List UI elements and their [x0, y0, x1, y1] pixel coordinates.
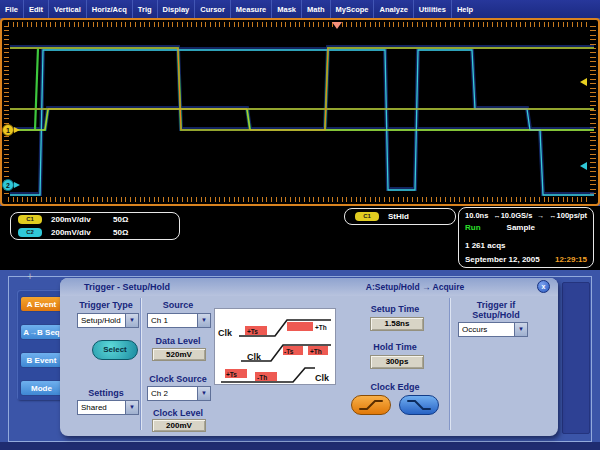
menu-bar: File Edit Vertical Horiz/Acq Trig Displa… [0, 0, 600, 18]
channel2-impedance: 50Ω [113, 228, 128, 237]
dialog-subtitle: A:Setup/Hold → Acquire [310, 278, 520, 296]
source-value: Ch 1 [148, 314, 197, 327]
trigger-readout-box: C1 StHld [344, 208, 456, 225]
dialog-divider-1 [141, 298, 142, 430]
menu-file[interactable]: File [0, 0, 24, 18]
acq-state-row: Run Sample [465, 223, 587, 232]
menu-analyze[interactable]: Analyze [374, 0, 413, 18]
trigger-if-label-line2: Setup/Hold [458, 310, 534, 320]
clock-level-readout[interactable]: 200mV [152, 419, 206, 432]
clock-edge-label: Clock Edge [353, 382, 437, 392]
source-label: Source [145, 300, 211, 310]
chevron-down-icon[interactable]: ▼ [125, 401, 138, 414]
menu-measure[interactable]: Measure [231, 0, 272, 18]
menu-cursor[interactable]: Cursor [195, 0, 231, 18]
rising-edge-button[interactable] [351, 395, 391, 415]
trigger-type-value: Setup/Hold [78, 314, 125, 327]
resolution-readout: ↔100ps/pt [549, 211, 587, 220]
channel1-badge: C1 [18, 215, 42, 224]
menu-utilities[interactable]: Utilities [414, 0, 452, 18]
panel-bottom-bar [0, 442, 600, 450]
hold-time-label: Hold Time [355, 342, 435, 352]
arrow-icon: → [537, 212, 544, 219]
setup-hold-diagram: Clk +Ts +Th Clk -Ts +Th +Ts -Th Clk [214, 308, 336, 385]
rising-edge-icon [357, 399, 385, 411]
clock-level-label: Clock Level [145, 408, 211, 418]
acq-mode: Sample [507, 223, 535, 232]
channel2-readout-row[interactable]: C2 200mV/div 50Ω [11, 226, 179, 239]
trigger-if-dropdown[interactable]: Occurs ▼ [458, 322, 528, 337]
channel2-marker-arrow-icon [14, 182, 20, 188]
readout-strip: C1 200mV/div 50Ω C2 200mV/div 50Ω C1 StH… [0, 206, 600, 270]
channel2-marker[interactable]: 2 [2, 179, 14, 191]
menu-myscope[interactable]: MyScope [331, 0, 375, 18]
settings-label: Settings [74, 388, 138, 398]
channel1-marker[interactable]: 1 [2, 124, 14, 136]
menu-trig[interactable]: Trig [133, 0, 158, 18]
menu-horiz-acq[interactable]: Horiz/Acq [87, 0, 133, 18]
setup-hold-diagram-svg: Clk +Ts +Th Clk -Ts +Th +Ts -Th Clk [215, 309, 335, 384]
date-readout: September 12, 2005 [465, 255, 540, 264]
dialog-close-button[interactable]: x [537, 280, 550, 293]
source-dropdown[interactable]: Ch 1 ▼ [147, 313, 211, 328]
setup-time-readout[interactable]: 1.58ns [370, 317, 424, 331]
dialog-divider-2 [450, 298, 451, 430]
svg-text:Clk: Clk [315, 373, 330, 383]
svg-text:-Ts: -Ts [284, 348, 294, 355]
trigger-type-dropdown[interactable]: Setup/Hold ▼ [77, 313, 139, 328]
hold-time-readout[interactable]: 300ps [370, 355, 424, 369]
chevron-down-icon[interactable]: ▼ [125, 314, 138, 327]
trigger-if-label-line1: Trigger if [458, 300, 534, 310]
tab-b-event[interactable]: B Event [20, 352, 63, 368]
run-status: Run [465, 223, 481, 232]
svg-text:+Th: +Th [315, 324, 327, 331]
channel1-readout-row[interactable]: C1 200mV/div 50Ω [11, 213, 179, 226]
tab-mode[interactable]: Mode [20, 380, 63, 396]
falling-edge-icon [405, 399, 433, 411]
pointer-cross-icon: + [27, 271, 33, 282]
trigger-if-value: Occurs [459, 323, 514, 336]
close-icon: x [542, 283, 546, 290]
trigger-source-badge: C1 [355, 212, 379, 221]
menu-math[interactable]: Math [302, 0, 331, 18]
menu-display[interactable]: Display [158, 0, 196, 18]
chevron-down-icon[interactable]: ▼ [197, 387, 210, 400]
data-level-readout[interactable]: 520mV [152, 348, 206, 361]
trigger-position-marker[interactable] [332, 22, 342, 29]
channel1-marker-arrow-icon [14, 127, 20, 133]
channel2-scale: 200mV/div [51, 228, 113, 237]
tab-a-b-seq[interactable]: A→B Seq [20, 324, 63, 340]
svg-text:+Th: +Th [310, 348, 322, 355]
settings-value: Shared [78, 401, 125, 414]
settings-dropdown[interactable]: Shared ▼ [77, 400, 139, 415]
tab-a-event[interactable]: A Event [20, 296, 63, 312]
waveform-display: 1 2 [0, 18, 600, 206]
clock-source-label: Clock Source [143, 374, 213, 384]
trigger-level-arrow-cyan-icon[interactable] [580, 162, 587, 170]
channel1-impedance: 50Ω [113, 215, 128, 224]
dialog-title: Trigger - Setup/Hold [84, 278, 170, 296]
trigger-level-arrow-yellow-icon[interactable] [580, 78, 587, 86]
svg-text:-Th: -Th [257, 374, 267, 381]
timebase-readout: 10.0ns [465, 211, 488, 220]
svg-text:Clk: Clk [247, 352, 262, 362]
menu-mask[interactable]: Mask [272, 0, 302, 18]
horizontal-readout-row: 10.0ns ↔10.0GS/s → ↔100ps/pt [465, 211, 587, 220]
channel-readout-box: C1 200mV/div 50Ω C2 200mV/div 50Ω [10, 212, 180, 240]
menu-vertical[interactable]: Vertical [49, 0, 87, 18]
falling-edge-button[interactable] [399, 395, 439, 415]
select-button[interactable]: Select [92, 340, 138, 360]
svg-text:Clk: Clk [218, 328, 233, 338]
trigger-setup-hold-dialog: Trigger - Setup/Hold A:Setup/Hold → Acqu… [60, 278, 558, 436]
clock-source-dropdown[interactable]: Ch 2 ▼ [147, 386, 211, 401]
channel2-badge: C2 [18, 228, 42, 237]
chevron-down-icon[interactable]: ▼ [197, 314, 210, 327]
menu-edit[interactable]: Edit [24, 0, 49, 18]
menu-help[interactable]: Help [452, 0, 478, 18]
setup-time-label: Setup Time [355, 304, 435, 314]
svg-text:+Ts: +Ts [226, 371, 237, 378]
time-readout: 12:29:15 [555, 255, 587, 264]
acq-count-row: 1 261 acqs [465, 234, 587, 252]
clock-source-value: Ch 2 [148, 387, 197, 400]
chevron-down-icon[interactable]: ▼ [514, 323, 527, 336]
